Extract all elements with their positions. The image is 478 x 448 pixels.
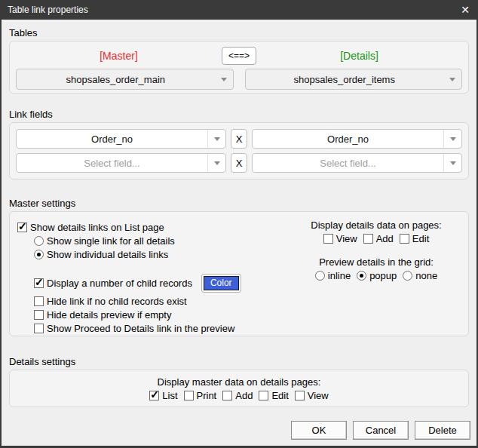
master-data-list-checkbox[interactable]: List [149,390,177,401]
master-field-value-2: Select field... [17,158,207,169]
checkbox-icon[interactable] [323,234,333,244]
checkbox-icon[interactable] [34,296,44,306]
details-settings-panel: Display master data on details pages: Li… [9,370,469,407]
master-settings-panel: Show details links on List page Show sin… [9,211,469,336]
chevron-down-icon [215,69,233,89]
display-child-count-checkbox[interactable]: Display a number of child records [34,278,192,289]
show-proceed-checkbox[interactable]: Show Proceed to Details link in the prev… [34,321,468,335]
details-tag: [Details] [256,50,462,62]
master-field-value-1: Order_no [17,133,207,145]
show-details-links-label: Show details links on List page [30,222,164,233]
checkbox-icon[interactable] [259,391,268,400]
master-data-view-label: View [308,390,329,401]
single-link-label: Show single link for all details [47,235,175,247]
details-field-select-2[interactable]: Select field... [252,153,462,173]
checkbox-icon[interactable] [222,391,232,400]
checkbox-icon[interactable] [400,234,409,244]
details-data-edit-label: Edit [412,233,429,244]
footer-button-bar: OK Cancel Delete [2,421,470,440]
individual-links-label: Show individual details links [47,249,168,260]
ok-button[interactable]: OK [291,421,347,440]
master-data-edit-checkbox[interactable]: Edit [259,390,288,401]
master-field-select-2[interactable]: Select field... [16,153,226,173]
swap-tables-button[interactable]: <==> [222,47,256,65]
details-data-add-checkbox[interactable]: Add [363,233,394,244]
dialog-title: Table link properties [0,5,452,15]
chevron-down-icon [443,154,461,172]
checkbox-icon[interactable] [184,391,194,400]
details-table-select[interactable]: shopsales_order_items [245,69,463,90]
details-settings-section-label: Details settings [9,356,469,367]
link-field-row: Order_no X Order_no [16,129,462,149]
master-data-edit-label: Edit [271,390,288,401]
hide-preview-label: Hide details preview if empty [47,309,171,321]
master-field-select-1[interactable]: Order_no [16,129,226,149]
checkbox-icon[interactable] [34,324,44,333]
preview-popup-radio[interactable]: popup [357,270,397,281]
master-data-view-checkbox[interactable]: View [295,390,329,401]
link-field-row: Select field... X Select field... [16,153,462,173]
preview-inline-label: inline [328,270,351,281]
display-details-data-label: Display details data on pages: [287,219,465,231]
preview-grid-label: Preview details in the grid: [287,256,465,268]
details-data-view-label: View [336,233,357,244]
cancel-button[interactable]: Cancel [353,421,409,440]
show-proceed-label: Show Proceed to Details link in the prev… [47,323,234,334]
remove-link-button-1[interactable]: X [231,129,247,149]
radio-icon[interactable] [315,271,325,281]
delete-button[interactable]: Delete [415,421,470,440]
tables-panel: [Master] <==> [Details] shopsales_order_… [9,41,469,94]
display-details-data-options: View Add Edit [287,233,465,244]
checkbox-icon[interactable] [295,391,305,400]
master-table-value: shopsales_order_main [17,74,215,85]
master-data-list-label: List [162,390,177,401]
color-button[interactable]: Color [201,274,241,293]
preview-none-label: none [415,270,437,281]
preview-none-radio[interactable]: none [403,270,437,281]
checkbox-icon[interactable] [363,234,373,244]
checkbox-icon[interactable] [34,278,44,288]
color-swatch: Color [204,276,239,290]
preview-grid-options: inline popup none [287,270,465,281]
tables-section-label: Tables [9,27,469,38]
checkbox-icon[interactable] [34,310,44,320]
hide-link-label: Hide link if no child records exist [47,296,187,307]
details-table-value: shopsales_order_items [246,74,444,85]
radio-icon[interactable] [357,271,366,281]
radio-icon[interactable] [34,250,44,259]
details-field-value-1: Order_no [253,133,443,145]
chevron-down-icon [207,130,225,148]
master-data-print-label: Print [197,390,217,401]
master-data-print-checkbox[interactable]: Print [184,390,217,401]
table-link-properties-dialog: Table link properties ✕ Tables [Master] … [0,0,478,448]
master-settings-section-label: Master settings [9,198,469,209]
checkbox-icon[interactable] [17,222,27,232]
radio-icon[interactable] [34,236,44,246]
hide-preview-checkbox[interactable]: Hide details preview if empty [34,308,468,321]
master-data-add-checkbox[interactable]: Add [222,390,253,401]
details-data-view-checkbox[interactable]: View [323,233,357,244]
link-fields-section-label: Link fields [9,109,469,120]
chevron-down-icon [443,69,461,89]
display-child-count-label: Display a number of child records [47,278,192,289]
master-tag: [Master] [16,50,222,62]
link-fields-panel: Order_no X Order_no Select field... X Se… [9,122,469,180]
chevron-down-icon [207,154,225,172]
hide-link-checkbox[interactable]: Hide link if no child records exist [34,294,468,308]
checkbox-icon[interactable] [149,391,159,400]
preview-inline-radio[interactable]: inline [315,270,351,281]
chevron-down-icon [443,130,461,148]
display-master-data-options: List Print Add Edit View [149,390,328,401]
master-data-add-label: Add [235,390,253,401]
master-settings-right-column: Display details data on pages: View Add … [287,219,465,281]
dialog-body: Tables [Master] <==> [Details] shopsales… [2,20,476,446]
details-field-select-1[interactable]: Order_no [252,129,462,149]
radio-icon[interactable] [403,271,412,281]
title-bar[interactable]: Table link properties ✕ [0,0,478,20]
preview-popup-label: popup [369,270,397,281]
details-data-edit-checkbox[interactable]: Edit [400,233,429,244]
details-field-value-2: Select field... [253,158,443,169]
close-icon[interactable]: ✕ [452,0,478,20]
remove-link-button-2[interactable]: X [231,153,247,173]
master-table-select[interactable]: shopsales_order_main [16,69,234,90]
